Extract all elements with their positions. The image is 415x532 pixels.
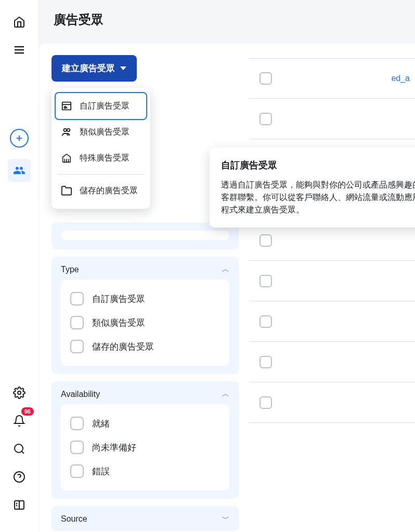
nav-notifications-icon[interactable]: 96 <box>8 409 31 432</box>
svg-point-18 <box>67 129 70 132</box>
audience-table: ed_a <box>249 55 415 532</box>
filter-source-header[interactable]: Source ﹀ <box>61 514 229 524</box>
nav-audience-icon[interactable] <box>8 159 31 182</box>
nav-panel-icon[interactable] <box>8 494 31 516</box>
filter-option[interactable]: 儲存的廣告受眾 <box>70 335 220 358</box>
filter-type-section <box>51 222 239 249</box>
row-checkbox[interactable] <box>260 113 272 125</box>
filters-column: 建立廣告受眾 自訂廣告受眾 類似廣告受眾 特殊廣告受眾 <box>51 55 239 532</box>
row-checkbox[interactable] <box>260 315 272 328</box>
row-checkbox[interactable] <box>260 72 272 85</box>
row-checkbox[interactable] <box>260 396 272 409</box>
chevron-up-icon: ︿ <box>222 265 229 274</box>
svg-point-12 <box>17 503 17 504</box>
dropdown-item-custom-audience[interactable]: 自訂廣告受眾 <box>56 93 146 119</box>
filter-availability-section: Availability ︿ 就緒 尚未準備好 錯誤 <box>51 381 239 499</box>
table-row[interactable] <box>249 261 415 301</box>
create-dropdown: 自訂廣告受眾 類似廣告受眾 特殊廣告受眾 儲存的廣告受眾 <box>51 88 150 209</box>
nav-home-icon[interactable] <box>8 10 31 33</box>
table-row[interactable] <box>249 99 415 139</box>
content-area: 建立廣告受眾 自訂廣告受眾 類似廣告受眾 特殊廣告受眾 <box>39 44 415 532</box>
chevron-down-icon: ﹀ <box>222 514 229 524</box>
nav-menu-icon[interactable] <box>8 38 31 61</box>
main-content: 廣告受眾 建立廣告受眾 自訂廣告受眾 類似廣告受眾 特殊廣告受眾 <box>39 0 415 532</box>
tooltip-title: 自訂廣告受眾 <box>221 159 415 171</box>
page-title: 廣告受眾 <box>54 11 400 28</box>
table-row[interactable] <box>249 342 415 382</box>
svg-rect-14 <box>62 102 71 110</box>
dropdown-divider <box>58 174 144 175</box>
checkbox[interactable] <box>70 292 84 305</box>
left-nav: 96 <box>0 0 39 532</box>
filter-option[interactable]: 錯誤 <box>70 459 220 483</box>
table-row[interactable] <box>249 301 415 342</box>
page-header: 廣告受眾 <box>39 0 415 44</box>
row-checkbox[interactable] <box>260 275 272 287</box>
svg-point-17 <box>64 129 67 132</box>
checkbox[interactable] <box>70 464 84 478</box>
notification-badge: 96 <box>21 407 34 416</box>
checkbox[interactable] <box>70 340 84 353</box>
chevron-up-icon: ︿ <box>222 390 229 399</box>
filter-option[interactable]: 自訂廣告受眾 <box>70 287 220 311</box>
checkbox[interactable] <box>70 417 84 430</box>
checkbox[interactable] <box>70 316 84 329</box>
table-row[interactable] <box>249 382 415 423</box>
nav-add-icon[interactable] <box>10 129 29 148</box>
filter-option[interactable]: 類似廣告受眾 <box>70 311 220 335</box>
tooltip-body: 透過自訂廣告受眾，能夠與對你的公司或產品感興趣的客群聯繫。你可以從客戶聯絡人、網… <box>221 179 415 216</box>
nav-settings-icon[interactable] <box>8 381 31 404</box>
nav-help-icon[interactable] <box>8 466 31 488</box>
svg-point-5 <box>18 391 21 394</box>
table-row[interactable]: ed_a <box>249 58 415 99</box>
filter-source-section: Source ﹀ <box>51 506 239 531</box>
svg-point-13 <box>17 506 17 506</box>
filter-availability-header[interactable]: Availability ︿ <box>61 390 229 399</box>
row-checkbox[interactable] <box>260 356 272 368</box>
row-checkbox[interactable] <box>260 234 272 247</box>
filter-option[interactable]: 就緒 <box>70 411 220 435</box>
dropdown-item-special-audience[interactable]: 特殊廣告受眾 <box>56 145 146 171</box>
nav-search-icon[interactable] <box>8 437 31 460</box>
checkbox[interactable] <box>70 441 84 454</box>
svg-point-6 <box>15 444 23 453</box>
dropdown-item-saved-audience[interactable]: 儲存的廣告受眾 <box>56 178 146 204</box>
filter-type-section: Type ︿ 自訂廣告受眾 類似廣告受眾 儲存的廣告受眾 <box>51 257 239 374</box>
custom-audience-tooltip: 自訂廣告受眾 透過自訂廣告受眾，能夠與對你的公司或產品感興趣的客群聯繫。你可以從… <box>210 148 415 228</box>
filter-type-header[interactable]: Type ︿ <box>61 265 229 274</box>
dropdown-item-lookalike-audience[interactable]: 類似廣告受眾 <box>56 119 146 145</box>
svg-line-7 <box>22 451 24 454</box>
create-audience-button[interactable]: 建立廣告受眾 <box>51 55 137 82</box>
filter-option[interactable]: 尚未準備好 <box>70 435 220 459</box>
